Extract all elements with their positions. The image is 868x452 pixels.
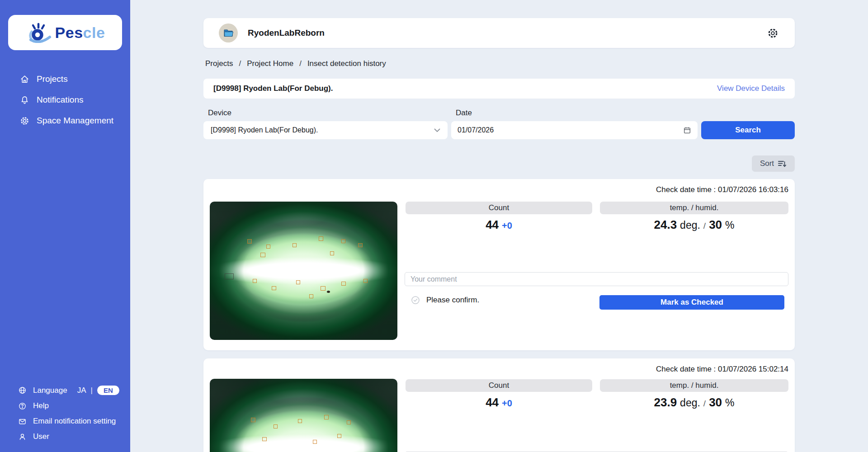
detection-box	[253, 279, 257, 283]
folder-icon	[223, 28, 234, 38]
temp-humid-value-row: 23.9 deg. / 30 %	[600, 396, 788, 410]
humid-value: 30	[709, 396, 722, 410]
detection-box	[363, 279, 368, 283]
detection-box	[319, 236, 323, 241]
temp-unit: deg.	[680, 397, 700, 409]
language-ja[interactable]: JA	[77, 386, 86, 395]
detection-box	[296, 280, 300, 284]
detection-box	[262, 437, 267, 441]
user-label: User	[33, 432, 49, 441]
sidebar-item-projects[interactable]: Projects	[0, 69, 130, 89]
breadcrumb: Projects / Project Home / Insect detecti…	[205, 59, 386, 68]
language-separator: |	[90, 386, 92, 395]
logo[interactable]: Pescle	[8, 15, 122, 50]
temp-humid-value-row: 24.3 deg. / 30 %	[600, 218, 788, 232]
email-notification-item[interactable]: Email notification setting	[0, 414, 130, 429]
sidebar-footer: Language JA | EN Help	[0, 382, 130, 444]
breadcrumb-current: Insect detection history	[307, 59, 386, 68]
language-row: Language JA | EN	[0, 382, 130, 398]
count-header: Count	[406, 202, 592, 214]
detection-box	[292, 243, 297, 247]
detection-box	[341, 239, 345, 243]
help-circle-icon	[18, 402, 27, 410]
help-item[interactable]: Help	[0, 398, 130, 414]
detection-box	[324, 415, 329, 419]
sidebar: Pescle Projects Notifications	[0, 0, 130, 452]
breadcrumb-separator: /	[299, 59, 302, 68]
device-select[interactable]: [D9998] Ryoden Lab(For Debug).	[203, 121, 448, 139]
check-date-time: Check date time : 01/07/2026 15:02:14	[656, 365, 788, 374]
date-field	[451, 121, 698, 139]
language-en[interactable]: EN	[97, 386, 119, 395]
detection-box	[313, 440, 317, 444]
logo-text: Pescle	[55, 24, 105, 42]
sort-button[interactable]: Sort	[752, 155, 795, 172]
detection-box	[337, 434, 341, 438]
gear-icon	[20, 116, 29, 126]
project-avatar	[219, 24, 238, 42]
mark-as-checked-button[interactable]: Mark as Checked	[599, 295, 784, 310]
project-title: RyodenLabReborn	[248, 28, 325, 38]
confirm-text: Please confirm.	[426, 296, 479, 305]
main-content: RyodenLabReborn Projects / Project Home …	[203, 0, 795, 452]
device-info-bar: [D9998] Ryoden Lab(For Debug). View Devi…	[203, 79, 795, 99]
detection-box	[251, 418, 255, 422]
count-value-row: 44 +0	[406, 218, 592, 232]
search-button[interactable]: Search	[701, 121, 795, 139]
trap-camera-image[interactable]	[210, 379, 397, 452]
chevron-down-icon	[434, 128, 440, 132]
detection-box	[358, 243, 363, 247]
temp-value: 24.3	[654, 218, 677, 232]
user-icon	[18, 433, 27, 441]
sidebar-item-notifications[interactable]: Notifications	[0, 89, 130, 110]
detection-card: Check date time : 01/07/2026 15:02:14 Co…	[203, 358, 795, 452]
help-label: Help	[33, 401, 49, 410]
device-field-label: Device	[208, 108, 231, 118]
count-delta: +0	[502, 398, 512, 409]
humid-value: 30	[709, 218, 722, 232]
settings-gear-icon[interactable]	[767, 28, 778, 39]
detection-box	[321, 286, 326, 291]
sidebar-item-space-management[interactable]: Space Management	[0, 110, 130, 131]
detection-box	[260, 253, 265, 257]
view-device-details-link[interactable]: View Device Details	[717, 84, 785, 93]
detection-box	[341, 282, 346, 286]
sort-descending-icon	[778, 160, 787, 168]
comment-input[interactable]	[405, 272, 788, 286]
count-value: 44	[486, 218, 499, 232]
temp-value: 23.9	[654, 396, 677, 410]
count-value-row: 44 +0	[406, 396, 592, 410]
date-input[interactable]	[458, 126, 683, 134]
detection-box	[274, 424, 278, 428]
breadcrumb-project-home[interactable]: Project Home	[247, 59, 293, 68]
user-item[interactable]: User	[0, 429, 130, 444]
email-notification-label: Email notification setting	[33, 417, 116, 426]
sidebar-nav: Projects Notifications Space Management	[0, 69, 130, 131]
confirm-status: Please confirm.	[411, 296, 479, 305]
sort-button-label: Sort	[760, 159, 774, 168]
sidebar-item-label: Space Management	[37, 116, 113, 126]
check-date-time: Check date time : 01/07/2026 16:03:16	[656, 185, 788, 194]
bell-icon	[20, 95, 29, 105]
temp-humid-header: temp. / humid.	[600, 379, 788, 392]
pescle-eye-icon	[25, 22, 52, 43]
breadcrumb-projects[interactable]: Projects	[205, 59, 233, 68]
insect-spot	[327, 291, 330, 293]
trap-camera-image[interactable]	[210, 202, 397, 340]
device-select-value: [D9998] Ryoden Lab(For Debug).	[211, 126, 318, 134]
calendar-icon[interactable]	[683, 126, 691, 134]
value-slash: /	[703, 221, 706, 231]
humid-unit: %	[725, 397, 734, 409]
device-name: [D9998] Ryoden Lab(For Debug).	[213, 84, 333, 93]
humid-unit: %	[725, 219, 734, 231]
detection-card: Check date time : 01/07/2026 16:03:16 Co…	[203, 179, 795, 350]
date-field-label: Date	[456, 108, 472, 118]
count-header: Count	[406, 379, 592, 392]
project-header-card: RyodenLabReborn	[203, 18, 795, 48]
count-value: 44	[486, 396, 499, 410]
temp-humid-header: temp. / humid.	[600, 202, 788, 214]
check-circle-icon	[411, 296, 420, 305]
count-delta: +0	[502, 221, 512, 231]
detection-box	[225, 273, 234, 279]
detection-box	[330, 251, 334, 255]
